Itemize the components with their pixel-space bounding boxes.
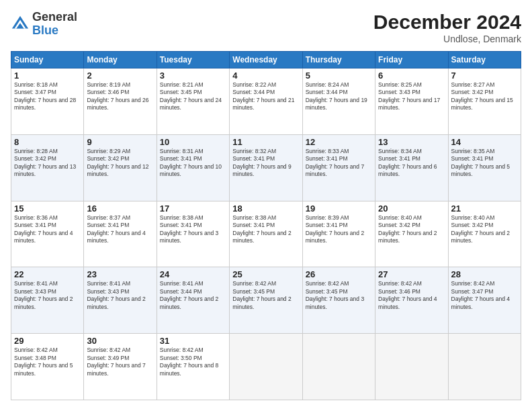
table-row: 30 Sunrise: 8:42 AM Sunset: 3:49 PM Dayl… [84, 334, 157, 400]
day-number: 20 [378, 203, 445, 214]
day-detail: Sunrise: 8:40 AM Sunset: 3:42 PM Dayligh… [451, 214, 518, 245]
day-number: 2 [87, 71, 153, 81]
table-row: 28 Sunrise: 8:42 AM Sunset: 3:47 PM Dayl… [448, 267, 521, 334]
calendar-week-row: 29 Sunrise: 8:42 AM Sunset: 3:48 PM Dayl… [11, 334, 521, 400]
calendar-week-row: 22 Sunrise: 8:41 AM Sunset: 3:43 PM Dayl… [11, 267, 521, 334]
table-row: 27 Sunrise: 8:42 AM Sunset: 3:46 PM Dayl… [375, 267, 448, 334]
col-monday: Monday [84, 52, 157, 68]
table-row: 24 Sunrise: 8:41 AM Sunset: 3:44 PM Dayl… [157, 267, 229, 334]
day-detail: Sunrise: 8:29 AM Sunset: 3:42 PM Dayligh… [87, 148, 153, 179]
calendar-week-row: 1 Sunrise: 8:18 AM Sunset: 3:47 PM Dayli… [11, 68, 521, 135]
calendar-week-row: 8 Sunrise: 8:28 AM Sunset: 3:42 PM Dayli… [11, 134, 521, 201]
table-row: 6 Sunrise: 8:25 AM Sunset: 3:43 PM Dayli… [375, 68, 448, 135]
day-detail: Sunrise: 8:42 AM Sunset: 3:47 PM Dayligh… [451, 280, 518, 311]
table-row: 12 Sunrise: 8:33 AM Sunset: 3:41 PM Dayl… [302, 134, 375, 201]
day-number: 7 [451, 71, 518, 81]
table-row: 8 Sunrise: 8:28 AM Sunset: 3:42 PM Dayli… [11, 134, 84, 201]
day-detail: Sunrise: 8:27 AM Sunset: 3:42 PM Dayligh… [451, 81, 518, 112]
day-number: 4 [232, 71, 299, 81]
logo-icon [11, 15, 30, 34]
table-row: 11 Sunrise: 8:32 AM Sunset: 3:41 PM Dayl… [230, 134, 302, 201]
page: General Blue December 2024 Undlose, Denm… [0, 0, 532, 411]
table-row: 25 Sunrise: 8:42 AM Sunset: 3:45 PM Dayl… [230, 267, 302, 334]
day-detail: Sunrise: 8:18 AM Sunset: 3:47 PM Dayligh… [14, 81, 81, 112]
day-detail: Sunrise: 8:42 AM Sunset: 3:46 PM Dayligh… [378, 280, 445, 311]
day-detail: Sunrise: 8:25 AM Sunset: 3:43 PM Dayligh… [378, 81, 445, 112]
calendar-week-row: 15 Sunrise: 8:36 AM Sunset: 3:41 PM Dayl… [11, 201, 521, 267]
table-row: 19 Sunrise: 8:39 AM Sunset: 3:41 PM Dayl… [302, 201, 375, 267]
col-tuesday: Tuesday [157, 52, 229, 68]
table-row: 3 Sunrise: 8:21 AM Sunset: 3:45 PM Dayli… [157, 68, 229, 135]
table-row [302, 334, 375, 400]
day-detail: Sunrise: 8:36 AM Sunset: 3:41 PM Dayligh… [14, 214, 81, 245]
logo-blue: Blue [32, 24, 58, 37]
col-friday: Friday [375, 52, 448, 68]
table-row: 7 Sunrise: 8:27 AM Sunset: 3:42 PM Dayli… [448, 68, 521, 135]
day-number: 23 [87, 269, 153, 279]
col-thursday: Thursday [302, 52, 375, 68]
day-number: 22 [14, 269, 81, 279]
table-row: 20 Sunrise: 8:40 AM Sunset: 3:42 PM Dayl… [375, 201, 448, 267]
day-detail: Sunrise: 8:42 AM Sunset: 3:50 PM Dayligh… [160, 347, 226, 377]
table-row: 1 Sunrise: 8:18 AM Sunset: 3:47 PM Dayli… [11, 68, 84, 135]
day-number: 3 [160, 71, 226, 81]
table-row: 31 Sunrise: 8:42 AM Sunset: 3:50 PM Dayl… [157, 334, 229, 400]
day-number: 29 [14, 336, 81, 346]
table-row: 4 Sunrise: 8:22 AM Sunset: 3:44 PM Dayli… [230, 68, 302, 135]
day-number: 16 [87, 203, 153, 214]
month-title: December 2024 [373, 11, 521, 34]
day-detail: Sunrise: 8:42 AM Sunset: 3:45 PM Dayligh… [306, 280, 372, 311]
calendar-header-row: Sunday Monday Tuesday Wednesday Thursday… [11, 52, 521, 68]
day-number: 27 [378, 269, 445, 279]
day-detail: Sunrise: 8:38 AM Sunset: 3:41 PM Dayligh… [232, 214, 299, 245]
logo-text: General Blue [32, 11, 77, 38]
day-number: 9 [87, 137, 153, 147]
day-detail: Sunrise: 8:41 AM Sunset: 3:44 PM Dayligh… [160, 280, 226, 311]
day-number: 6 [378, 71, 445, 81]
day-detail: Sunrise: 8:42 AM Sunset: 3:45 PM Dayligh… [232, 280, 299, 311]
calendar-table: Sunday Monday Tuesday Wednesday Thursday… [11, 51, 521, 400]
day-number: 12 [306, 137, 372, 147]
table-row: 14 Sunrise: 8:35 AM Sunset: 3:41 PM Dayl… [448, 134, 521, 201]
day-number: 21 [451, 203, 518, 214]
table-row: 16 Sunrise: 8:37 AM Sunset: 3:41 PM Dayl… [84, 201, 157, 267]
day-number: 13 [378, 137, 445, 147]
day-detail: Sunrise: 8:42 AM Sunset: 3:48 PM Dayligh… [14, 347, 81, 377]
day-number: 8 [14, 137, 81, 147]
day-detail: Sunrise: 8:40 AM Sunset: 3:42 PM Dayligh… [378, 214, 445, 245]
table-row: 9 Sunrise: 8:29 AM Sunset: 3:42 PM Dayli… [84, 134, 157, 201]
logo-general: General [32, 10, 77, 24]
day-number: 18 [232, 203, 299, 214]
table-row: 26 Sunrise: 8:42 AM Sunset: 3:45 PM Dayl… [302, 267, 375, 334]
day-detail: Sunrise: 8:32 AM Sunset: 3:41 PM Dayligh… [232, 148, 299, 179]
table-row: 15 Sunrise: 8:36 AM Sunset: 3:41 PM Dayl… [11, 201, 84, 267]
day-number: 14 [451, 137, 518, 147]
day-detail: Sunrise: 8:34 AM Sunset: 3:41 PM Dayligh… [378, 148, 445, 179]
day-detail: Sunrise: 8:35 AM Sunset: 3:41 PM Dayligh… [451, 148, 518, 179]
day-detail: Sunrise: 8:41 AM Sunset: 3:43 PM Dayligh… [87, 280, 153, 311]
table-row: 21 Sunrise: 8:40 AM Sunset: 3:42 PM Dayl… [448, 201, 521, 267]
day-detail: Sunrise: 8:31 AM Sunset: 3:41 PM Dayligh… [160, 148, 226, 179]
day-detail: Sunrise: 8:41 AM Sunset: 3:43 PM Dayligh… [14, 280, 81, 311]
title-block: December 2024 Undlose, Denmark [373, 11, 521, 44]
logo: General Blue [11, 11, 77, 38]
table-row: 22 Sunrise: 8:41 AM Sunset: 3:43 PM Dayl… [11, 267, 84, 334]
day-detail: Sunrise: 8:21 AM Sunset: 3:45 PM Dayligh… [160, 81, 226, 112]
day-number: 17 [160, 203, 226, 214]
day-detail: Sunrise: 8:38 AM Sunset: 3:41 PM Dayligh… [160, 214, 226, 245]
table-row [230, 334, 302, 400]
table-row: 29 Sunrise: 8:42 AM Sunset: 3:48 PM Dayl… [11, 334, 84, 400]
day-detail: Sunrise: 8:37 AM Sunset: 3:41 PM Dayligh… [87, 214, 153, 245]
day-number: 25 [232, 269, 299, 279]
table-row [448, 334, 521, 400]
day-number: 5 [306, 71, 372, 81]
day-number: 19 [306, 203, 372, 214]
day-detail: Sunrise: 8:22 AM Sunset: 3:44 PM Dayligh… [232, 81, 299, 112]
table-row: 13 Sunrise: 8:34 AM Sunset: 3:41 PM Dayl… [375, 134, 448, 201]
col-saturday: Saturday [448, 52, 521, 68]
col-sunday: Sunday [11, 52, 84, 68]
day-number: 24 [160, 269, 226, 279]
day-detail: Sunrise: 8:33 AM Sunset: 3:41 PM Dayligh… [306, 148, 372, 179]
table-row: 23 Sunrise: 8:41 AM Sunset: 3:43 PM Dayl… [84, 267, 157, 334]
day-detail: Sunrise: 8:19 AM Sunset: 3:46 PM Dayligh… [87, 81, 153, 112]
